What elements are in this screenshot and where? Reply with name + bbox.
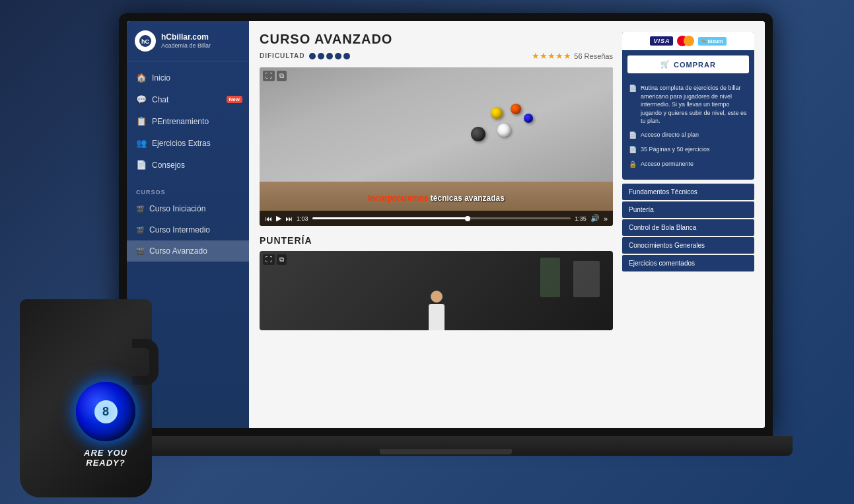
difficulty-section: DIFICULTAD (260, 52, 350, 59)
instructor-body (429, 304, 445, 330)
rating-section: ★★★★★ 56 Reseñas (532, 51, 613, 61)
subtitle-white-text: técnicas avanzadas (428, 194, 504, 203)
buy-button[interactable]: 🛒 COMPRAR (627, 55, 749, 73)
extras-icon: 👥 (136, 138, 147, 148)
screen-bezel: hC hCbillar.com Academia de Billar 🏠 Ini… (119, 13, 773, 436)
right-panel: VISA % bizum 🛒 (622, 32, 754, 180)
laptop-frame: hC hCbillar.com Academia de Billar 🏠 Ini… (99, 13, 793, 476)
time-total: 1:35 (575, 215, 587, 222)
video-content: Incorporaremos técnicas avanzadas ⛶ ⧉ (260, 67, 613, 226)
sidebar-item-inicio[interactable]: 🏠 Inicio (127, 67, 249, 89)
progress-bar[interactable] (312, 217, 571, 219)
course-title: CURSO AVANZADO (260, 32, 613, 47)
main-video-player[interactable]: Incorporaremos técnicas avanzadas ⛶ ⧉ ⏮ (260, 67, 613, 226)
sidebar-item-intermedio[interactable]: 🎬 Curso Intermedio (127, 219, 249, 240)
video-icon-1: 🎬 (136, 205, 144, 213)
home-icon: 🏠 (136, 73, 147, 83)
play-button[interactable]: ▶ (276, 214, 281, 223)
mug-text-line1: Are you Ready? (84, 448, 127, 468)
sidebar-item-pentrenamiento[interactable]: 📋 PEntrenamiento (127, 110, 249, 132)
second-video-player[interactable]: ⛶ ⧉ (260, 251, 613, 330)
chat-badge: New (227, 96, 242, 103)
ball-black (471, 127, 485, 141)
ball-white (497, 124, 511, 137)
feature-permanent: 🔒 Acceso permanente (629, 160, 748, 169)
sidebar-item-ejercicios[interactable]: 👥 Ejercicios Extras (127, 132, 249, 154)
dot-2 (318, 53, 324, 59)
dot-1 (309, 53, 316, 59)
mastercard-logo (677, 36, 694, 46)
video-subtitle: Incorporaremos técnicas avanzadas (368, 194, 505, 203)
ball-glow (69, 375, 142, 448)
sidebar-nav: 🏠 Inicio 💬 Chat New 📋 PEntrenamiento 👥 (127, 61, 249, 181)
main-content: CURSO AVANZADO DIFICULTAD (249, 21, 765, 428)
sidebar-item-consejos[interactable]: 📄 Consejos (127, 154, 249, 176)
payment-logos: VISA % bizum (622, 32, 754, 50)
feature-description: 📄 Rutina completa de ejercicios de billa… (629, 84, 748, 126)
doc-icon-2: 📄 (629, 131, 637, 140)
time-current: 1:03 (297, 215, 308, 222)
chat-icon: 💬 (136, 94, 147, 104)
svg-text:hC: hC (141, 38, 149, 45)
difficulty-label: DIFICULTAD (260, 52, 305, 59)
logo-text: hCbillar.com Academia de Billar (161, 32, 211, 49)
dot-5 (343, 53, 350, 59)
content-left: CURSO AVANZADO DIFICULTAD (260, 32, 613, 417)
table-surface (260, 67, 613, 182)
tips-icon: 📄 (136, 160, 147, 170)
rewind-button[interactable]: ⏮ (265, 215, 272, 223)
video-controls: ⏮ ▶ ⏭ 1:03 1:35 🔊 » (260, 211, 613, 226)
mug-container: 8 Are you Ready? (0, 246, 185, 497)
volume-icon[interactable]: 🔊 (590, 214, 600, 223)
second-video-icons: ⛶ ⧉ (263, 254, 287, 265)
doc-icon-1: 📄 (629, 84, 637, 93)
module-bola-blanca[interactable]: Control de Bola Blanca (622, 219, 754, 236)
ball-red (511, 104, 521, 114)
course-meta: DIFICULTAD ★★★★★ 56 Reseñas (260, 51, 613, 61)
content-right: VISA % bizum 🛒 (622, 32, 754, 417)
sidebar-item-chat[interactable]: 💬 Chat New (127, 89, 249, 110)
background-frame (573, 261, 600, 297)
module-conocimientos[interactable]: Conocimientos Generales (622, 237, 754, 254)
mug-content: 8 Are you Ready? (40, 326, 172, 504)
more-options[interactable]: » (604, 215, 608, 223)
ball-blue (524, 114, 533, 123)
module-ejercicios[interactable]: Ejercicios comentados (622, 255, 754, 271)
background-plant (540, 258, 560, 297)
second-pip-icon[interactable]: ⧉ (277, 254, 287, 265)
forward-button[interactable]: ⏭ (285, 215, 293, 223)
modules-list: Fundamentos Técnicos Puntería Control de… (622, 184, 754, 271)
training-icon: 📋 (136, 116, 147, 126)
progress-fill (312, 217, 468, 219)
bizum-logo: % bizum (698, 37, 726, 46)
sidebar-logo: hC hCbillar.com Academia de Billar (127, 21, 249, 61)
lock-icon: 🔒 (629, 160, 637, 169)
video-top-icons: ⛶ ⧉ (263, 71, 287, 81)
module-punteria[interactable]: Puntería (622, 201, 754, 218)
ball-yellow (491, 107, 503, 119)
video-icon-2: 🎬 (136, 227, 144, 234)
feature-access: 📄 Acceso directo al plan (629, 131, 748, 140)
reviews-count: 56 Reseñas (574, 52, 613, 60)
dot-4 (335, 53, 341, 59)
laptop-base (99, 436, 793, 456)
instructor-head (431, 291, 443, 303)
logo-icon: hC (135, 30, 156, 52)
pip-icon[interactable]: ⧉ (277, 71, 287, 81)
doc-icon-3: 📄 (629, 145, 637, 155)
sidebar-item-iniciacion[interactable]: 🎬 Curso Iniciación (127, 198, 249, 219)
cart-icon: 🛒 (660, 60, 670, 69)
mug-body: 8 Are you Ready? (20, 299, 152, 497)
fullscreen-icon[interactable]: ⛶ (263, 71, 275, 81)
subtitle-red-text: Incorporaremos (368, 194, 428, 203)
section-punteria-title: PUNTERÍA (260, 235, 613, 246)
instructor-figure (429, 291, 445, 330)
features-list: 📄 Rutina completa de ejercicios de billa… (622, 79, 754, 180)
screen: hC hCbillar.com Academia de Billar 🏠 Ini… (127, 21, 765, 428)
billiard-ball-8: 8 (76, 382, 135, 441)
second-fullscreen-icon[interactable]: ⛶ (263, 254, 275, 265)
star-rating: ★★★★★ (532, 51, 571, 61)
dot-3 (326, 53, 333, 59)
module-fundamentos[interactable]: Fundamentos Técnicos (622, 184, 754, 200)
feature-pages: 📄 35 Páginas y 50 ejercicios (629, 145, 748, 155)
